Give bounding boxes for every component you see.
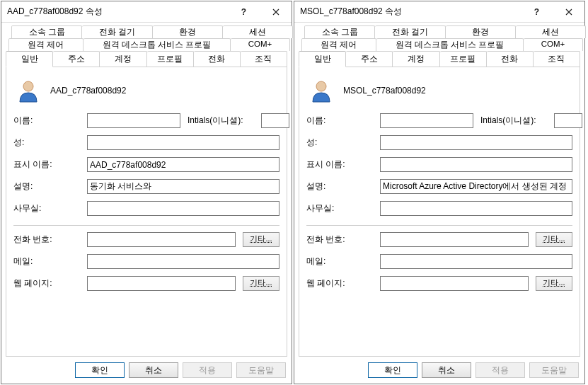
- display-label: 표시 이름:: [306, 159, 377, 171]
- apply-button[interactable]: 적용: [475, 362, 525, 378]
- initials-label: Intials(이니셜):: [480, 115, 551, 127]
- cancel-button[interactable]: 취소: [129, 362, 178, 378]
- tab-panel-general: MSOL_c778af008d92 이름: Intials(이니셜): 성: 표…: [299, 67, 580, 357]
- lastname-input[interactable]: [380, 135, 572, 150]
- lastname-label: 성:: [13, 137, 84, 149]
- office-input[interactable]: [87, 201, 279, 216]
- tab-dialin[interactable]: 전화 걸기: [82, 25, 152, 38]
- tab-session[interactable]: 세션: [223, 25, 293, 38]
- office-label: 사무실:: [13, 202, 84, 214]
- initials-input[interactable]: [554, 113, 582, 128]
- web-label: 웹 페이지:: [13, 277, 84, 289]
- svg-point-1: [316, 81, 326, 91]
- tab-account[interactable]: 계정: [100, 51, 146, 67]
- tab-dialin[interactable]: 전화 걸기: [375, 25, 445, 38]
- identity-name: MSOL_c778af008d92: [343, 86, 426, 96]
- firstname-input[interactable]: [380, 113, 473, 128]
- web-label: 웹 페이지:: [306, 277, 377, 289]
- dialog-footer: 확인 취소 적용 도움말: [294, 357, 584, 384]
- initials-input[interactable]: [261, 113, 289, 128]
- firstname-label: 이름:: [13, 115, 84, 127]
- tab-remote-control[interactable]: 원격 제어: [8, 38, 83, 51]
- phone-label: 전화 번호:: [306, 234, 377, 246]
- identity-name: AAD_c778af008d92: [50, 86, 126, 96]
- lastname-input[interactable]: [87, 135, 279, 150]
- firstname-input[interactable]: [87, 113, 180, 128]
- phone-other-button[interactable]: 기타...: [243, 232, 279, 247]
- mail-label: 메일:: [306, 255, 377, 268]
- web-other-button[interactable]: 기타...: [243, 276, 279, 291]
- tab-general[interactable]: 일반: [299, 51, 346, 67]
- tab-complus[interactable]: COM+: [524, 38, 583, 51]
- lastname-label: 성:: [306, 137, 377, 149]
- titlebar: MSOL_c778af008d92 속성 ?: [294, 1, 584, 23]
- tab-telephones[interactable]: 전화: [487, 51, 534, 67]
- tab-address[interactable]: 주소: [53, 51, 100, 67]
- dialog-msol: MSOL_c778af008d92 속성 ? 소속 그룹 전화 걸기 환경 세션…: [294, 1, 585, 384]
- tab-general[interactable]: 일반: [6, 51, 53, 67]
- description-input[interactable]: [380, 179, 572, 194]
- separator: [306, 225, 572, 226]
- help-title-button[interactable]: ?: [521, 1, 553, 22]
- tab-address[interactable]: 주소: [346, 51, 393, 67]
- description-label: 설명:: [13, 180, 84, 192]
- help-button[interactable]: 도움말: [529, 362, 579, 378]
- apply-button[interactable]: 적용: [183, 362, 232, 378]
- svg-point-0: [23, 81, 33, 91]
- description-label: 설명:: [306, 180, 377, 192]
- web-input[interactable]: [87, 276, 236, 291]
- office-input[interactable]: [380, 201, 572, 216]
- window-title: MSOL_c778af008d92 속성: [300, 6, 521, 18]
- help-button[interactable]: 도움말: [236, 362, 286, 378]
- close-icon: [272, 8, 279, 16]
- phone-input[interactable]: [87, 232, 236, 247]
- user-icon: [309, 79, 333, 103]
- cancel-button[interactable]: 취소: [422, 362, 471, 378]
- tab-panel-general: AAD_c778af008d92 이름: Intials(이니셜): 성: 표시…: [6, 67, 287, 357]
- mail-input[interactable]: [87, 254, 279, 269]
- dialog-aad: AAD_c778af008d92 속성 ? 소속 그룹 전화 걸기 환경 세션 …: [1, 1, 292, 384]
- tab-profile[interactable]: 프로필: [147, 51, 194, 67]
- user-icon: [16, 79, 40, 103]
- web-other-button[interactable]: 기타...: [536, 276, 572, 291]
- initials-label: Intials(이니셜):: [188, 115, 258, 127]
- tab-member-of[interactable]: 소속 그룹: [11, 25, 82, 38]
- close-button[interactable]: [553, 1, 584, 22]
- firstname-label: 이름:: [306, 115, 377, 127]
- titlebar: AAD_c778af008d92 속성 ?: [1, 1, 292, 23]
- phone-input[interactable]: [380, 232, 529, 247]
- display-input[interactable]: [87, 157, 279, 172]
- tab-telephones[interactable]: 전화: [194, 51, 241, 67]
- description-input[interactable]: [87, 179, 279, 194]
- tab-environment[interactable]: 환경: [446, 25, 516, 38]
- identity-row: MSOL_c778af008d92: [306, 76, 572, 110]
- tab-organization[interactable]: 조직: [534, 51, 580, 67]
- mail-input[interactable]: [380, 254, 572, 269]
- display-input[interactable]: [380, 157, 572, 172]
- display-label: 표시 이름:: [13, 159, 84, 171]
- office-label: 사무실:: [306, 202, 377, 214]
- tab-profile[interactable]: 프로필: [440, 51, 487, 67]
- help-title-button[interactable]: ?: [228, 1, 260, 22]
- tab-remote-control[interactable]: 원격 제어: [301, 38, 376, 51]
- tab-session[interactable]: 세션: [516, 25, 586, 38]
- tabs: 소속 그룹 전화 걸기 환경 세션 원격 제어 원격 데스크톱 서비스 프로필 …: [1, 23, 292, 67]
- identity-row: AAD_c778af008d92: [13, 76, 279, 110]
- tab-member-of[interactable]: 소속 그룹: [304, 25, 375, 38]
- tab-organization[interactable]: 조직: [241, 51, 287, 67]
- phone-other-button[interactable]: 기타...: [536, 232, 572, 247]
- tabs: 소속 그룹 전화 걸기 환경 세션 원격 제어 원격 데스크톱 서비스 프로필 …: [294, 23, 584, 67]
- mail-label: 메일:: [13, 255, 84, 268]
- ok-button[interactable]: 확인: [75, 362, 125, 378]
- tab-complus[interactable]: COM+: [231, 38, 290, 51]
- web-input[interactable]: [380, 276, 529, 291]
- ok-button[interactable]: 확인: [368, 362, 417, 378]
- separator: [13, 225, 279, 226]
- tab-account[interactable]: 계정: [393, 51, 439, 67]
- tab-rds-profile[interactable]: 원격 데스크톱 서비스 프로필: [83, 38, 231, 51]
- window-title: AAD_c778af008d92 속성: [7, 6, 228, 18]
- phone-label: 전화 번호:: [13, 234, 84, 246]
- tab-environment[interactable]: 환경: [153, 25, 223, 38]
- close-button[interactable]: [260, 1, 292, 22]
- tab-rds-profile[interactable]: 원격 데스크톱 서비스 프로필: [376, 38, 524, 51]
